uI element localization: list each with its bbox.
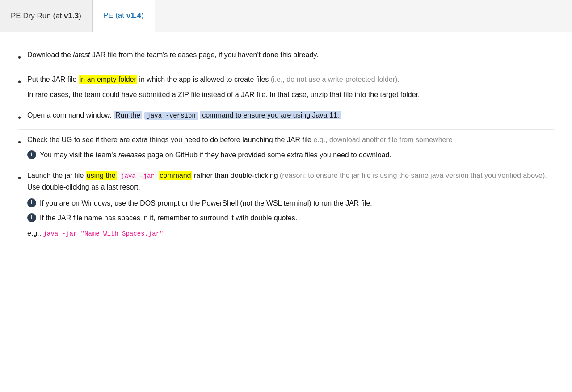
tab-pe-label: PE (at v1.4) bbox=[103, 11, 144, 20]
blue-highlight-command: command to ensure you are using Java 11. bbox=[200, 111, 341, 119]
li-content: Download the latest JAR file from the te… bbox=[27, 49, 554, 61]
list-item: • Check the UG to see if there are extra… bbox=[18, 130, 554, 165]
info-icon: i bbox=[27, 198, 36, 207]
item-check-text: Check the UG to see if there are extra t… bbox=[27, 136, 453, 143]
gray-text-eg: e.g., download another file from somewhe… bbox=[313, 136, 452, 143]
tab-dry-run-label: PE Dry Run (at v1.3) bbox=[11, 12, 81, 21]
item-open-text: Open a command window. Run the java -ver… bbox=[27, 111, 341, 119]
info-releases-text: You may visit the team's releases page o… bbox=[40, 149, 391, 161]
list-item: • Open a command window. Run the java -v… bbox=[18, 105, 554, 130]
yellow-highlight-using: using the bbox=[86, 171, 117, 180]
eg-block: e.g., java -jar "Name With Spaces.jar" bbox=[27, 228, 554, 239]
info-spaces-text: If the JAR file name has spaces in it, r… bbox=[40, 212, 297, 224]
li-content: Put the JAR file in an empty folder in w… bbox=[27, 74, 554, 100]
main-content: • Download the latest JAR file from the … bbox=[0, 32, 572, 261]
tab-bar: PE Dry Run (at v1.3) PE (at v1.4) bbox=[0, 0, 572, 32]
gray-text-reason: (reason: to ensure the jar file is using… bbox=[280, 172, 547, 179]
eg-code: java -jar "Name With Spaces.jar" bbox=[43, 230, 164, 237]
li-content: Check the UG to see if there are extra t… bbox=[27, 134, 554, 160]
list-item: • Launch the jar file using the java -ja… bbox=[18, 165, 554, 243]
sub-text-zip: In rare cases, the team could have submi… bbox=[27, 89, 554, 101]
item-put-text: Put the JAR file in an empty folder in w… bbox=[27, 75, 400, 84]
bullet-dot: • bbox=[18, 135, 21, 149]
java-version-code: java -version bbox=[144, 112, 198, 120]
gray-text-protected: (i.e., do not use a write-protected fold… bbox=[271, 76, 400, 83]
tab-dry-run[interactable]: PE Dry Run (at v1.3) bbox=[0, 0, 93, 32]
bullet-dot: • bbox=[18, 75, 21, 89]
li-content: Open a command window. Run the java -ver… bbox=[27, 110, 554, 121]
info-icon: i bbox=[27, 213, 36, 222]
item-launch-text: Launch the jar file using the java -jar … bbox=[27, 172, 547, 191]
instruction-list: • Download the latest JAR file from the … bbox=[18, 45, 554, 243]
info-windows-text: If you are on Windows, use the DOS promp… bbox=[40, 198, 372, 209]
tab-pe[interactable]: PE (at v1.4) bbox=[93, 0, 155, 32]
bullet-dot: • bbox=[18, 50, 21, 64]
bullet-dot: • bbox=[18, 110, 21, 125]
list-item: • Put the JAR file in an empty folder in… bbox=[18, 69, 554, 105]
yellow-highlight-folder: in an empty folder bbox=[79, 75, 137, 84]
blue-highlight-run: Run the bbox=[114, 111, 142, 119]
info-block-windows: i If you are on Windows, use the DOS pro… bbox=[27, 198, 554, 209]
java-jar-code: java -jar bbox=[118, 172, 157, 180]
list-item: • Download the latest JAR file from the … bbox=[18, 45, 554, 69]
eg-label: e.g., bbox=[27, 229, 43, 237]
li-content: Launch the jar file using the java -jar … bbox=[27, 170, 554, 239]
info-block-releases: i You may visit the team's releases page… bbox=[27, 149, 554, 161]
item-download-text: Download the latest JAR file from the te… bbox=[27, 51, 319, 59]
info-icon: i bbox=[27, 150, 36, 159]
bullet-dot: • bbox=[18, 171, 21, 185]
info-block-spaces: i If the JAR file name has spaces in it,… bbox=[27, 212, 554, 224]
yellow-highlight-command: command bbox=[159, 171, 192, 180]
